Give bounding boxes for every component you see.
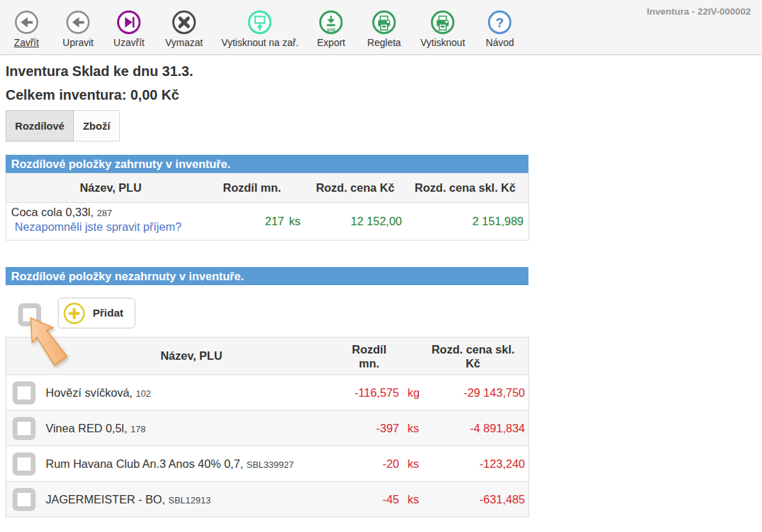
checkbox-cell <box>6 482 42 517</box>
name-cell: Hovězí svíčková, 102 <box>42 375 342 411</box>
checkbox-cell <box>6 446 42 482</box>
stock-price-value: -631,485 <box>429 482 529 517</box>
qty-unit: kg <box>405 375 429 411</box>
toolbar: Zavřít Upravit Uzavřít Vymazat Vytisknou… <box>0 0 762 55</box>
qty-value: -45 <box>342 482 405 517</box>
table-row: Hovězí svíčková, 102 -116,575 kg -29 143… <box>6 375 529 411</box>
table-row: JAGERMEISTER - BO, SBL12913 -45 ks -631,… <box>6 482 529 517</box>
item-plu: SBL339927 <box>247 459 294 470</box>
stock-price-value: -4 891,834 <box>429 411 529 446</box>
printer-icon <box>372 10 396 34</box>
item-plu: SBL12913 <box>169 495 211 506</box>
select-all-checkbox[interactable] <box>18 303 41 326</box>
toolbar-button-vymazat[interactable]: Vymazat <box>165 10 203 48</box>
toolbar-button-uzavrit[interactable]: Uzavřít <box>114 10 144 48</box>
add-controls: Přidat <box>6 298 762 328</box>
column-header-price: Rozd. cena Kč <box>310 174 408 203</box>
table-header-row: Název, PLU Rozdíl mn. Rozd. cena Kč Rozd… <box>6 174 529 203</box>
toolbar-button-vytisknout-na-zar[interactable]: Vytisknout na zař. <box>222 10 299 48</box>
qty-unit: ks <box>405 446 429 482</box>
question-icon <box>488 10 512 34</box>
row-checkbox[interactable] <box>13 488 36 511</box>
toolbar-label: Upravit <box>63 38 93 48</box>
included-items-table: Název, PLU Rozdíl mn. Rozd. cena Kč Rozd… <box>6 173 529 241</box>
name-cell: Rum Havana Club An.3 Anos 40% 0,7, SBL33… <box>42 446 342 482</box>
item-plu: 287 <box>97 208 112 218</box>
arrow-left-icon <box>66 10 90 34</box>
item-name: Coca cola 0,33l, <box>11 206 93 218</box>
item-name: Rum Havana Club An.3 Anos 40% 0,7, <box>46 457 243 470</box>
item-name: JAGERMEISTER - BO, <box>46 493 165 506</box>
fix-receipt-link[interactable]: Nezapomněli jste spravit příjem? <box>11 220 181 234</box>
qty-unit: ks <box>405 482 429 517</box>
skip-end-icon <box>117 10 141 34</box>
excluded-items-table: Název, PLU Rozdíl mn. Rozd. cena skl. Kč… <box>6 337 529 517</box>
tab-bar: Rozdílové Zboží <box>6 110 762 142</box>
column-header-label: Rozdíl mn. <box>349 342 390 370</box>
qty-value: -116,575 <box>342 375 405 411</box>
stock-price-value: 2 151,989 <box>408 203 529 241</box>
toolbar-label: Uzavřít <box>114 38 144 48</box>
column-header-stock-price: Rozd. cena skl. Kč <box>429 337 529 375</box>
checkbox-cell <box>6 411 42 446</box>
toolbar-button-navod[interactable]: Návod <box>486 10 514 48</box>
toolbar-label: Vytisknout <box>420 38 465 48</box>
toolbar-label: Vymazat <box>165 38 203 48</box>
name-cell: JAGERMEISTER - BO, SBL12913 <box>42 482 342 517</box>
toolbar-button-vytisknout[interactable]: Vytisknout <box>420 10 465 48</box>
plus-icon <box>63 303 85 324</box>
stock-price-value: -29 143,750 <box>429 375 529 411</box>
page-title: Inventura Sklad ke dnu 31.3. <box>6 64 762 78</box>
document-reference: Inventura - 22IV-000002 <box>647 6 751 17</box>
toolbar-button-regleta[interactable]: Regleta <box>367 10 401 48</box>
toolbar-button-zavrit[interactable]: Zavřít <box>14 10 39 48</box>
display-print-icon <box>248 10 272 34</box>
qty-value: 217 <box>206 203 287 241</box>
checkbox-cell <box>6 375 42 411</box>
column-header-label: Rozd. cena skl. Kč <box>429 342 517 370</box>
excluded-section-header: Rozdílové položky nezahrnuty v inventuře… <box>6 267 528 285</box>
printer-icon <box>431 10 455 34</box>
table-row: Vinea RED 0,5l, 178 -397 ks -4 891,834 <box>6 411 529 446</box>
included-section-header: Rozdílové položky zahrnuty v inventuře. <box>6 155 528 173</box>
total-inventory: Celkem inventura: 0,00 Kč <box>6 88 762 102</box>
tab-rozdilove[interactable]: Rozdílové <box>6 110 74 142</box>
column-header-unit <box>405 337 429 375</box>
item-plu: 102 <box>136 388 151 399</box>
item-name: Vinea RED 0,5l, <box>46 422 128 434</box>
toolbar-label: Regleta <box>367 38 401 48</box>
qty-unit: ks <box>405 411 429 446</box>
toolbar-button-upravit[interactable]: Upravit <box>63 10 93 48</box>
table-row: Rum Havana Club An.3 Anos 40% 0,7, SBL33… <box>6 446 529 482</box>
toolbar-label: Export <box>317 38 345 48</box>
name-cell: Coca cola 0,33l, 287 Nezapomněli jste sp… <box>6 203 206 241</box>
toolbar-label: Vytisknout na zař. <box>222 38 299 48</box>
column-header-name: Název, PLU <box>6 174 206 203</box>
tab-zbozi[interactable]: Zboží <box>74 110 120 142</box>
download-xml-icon <box>319 10 343 34</box>
table-row: Coca cola 0,33l, 287 Nezapomněli jste sp… <box>6 203 529 241</box>
arrow-left-icon <box>15 10 38 34</box>
add-button-label: Přidat <box>93 307 123 319</box>
toolbar-label: Návod <box>486 38 514 48</box>
item-name: Hovězí svíčková, <box>46 386 133 399</box>
column-header-qty: Rozdíl mn. <box>206 174 310 203</box>
table-header-row: Název, PLU Rozdíl mn. Rozd. cena skl. Kč <box>6 337 529 375</box>
name-cell: Vinea RED 0,5l, 178 <box>42 411 342 446</box>
x-circle-icon <box>172 10 196 34</box>
row-checkbox[interactable] <box>13 381 36 404</box>
price-value: 12 152,00 <box>310 203 408 241</box>
toolbar-label: Zavřít <box>14 38 39 48</box>
page-body: Inventura Sklad ke dnu 31.3. Celkem inve… <box>0 64 762 517</box>
item-plu: 178 <box>130 424 146 434</box>
column-header-qty: Rozdíl mn. <box>342 337 405 375</box>
qty-value: -20 <box>342 446 405 482</box>
row-checkbox[interactable] <box>13 417 36 440</box>
add-button[interactable]: Přidat <box>58 298 135 328</box>
qty-value: -397 <box>342 411 405 446</box>
qty-unit: ks <box>287 203 310 241</box>
column-header-stock-price: Rozd. cena skl. Kč <box>408 174 529 203</box>
stock-price-value: -123,240 <box>429 446 529 482</box>
row-checkbox[interactable] <box>13 453 36 476</box>
toolbar-button-export[interactable]: Export <box>317 10 345 48</box>
